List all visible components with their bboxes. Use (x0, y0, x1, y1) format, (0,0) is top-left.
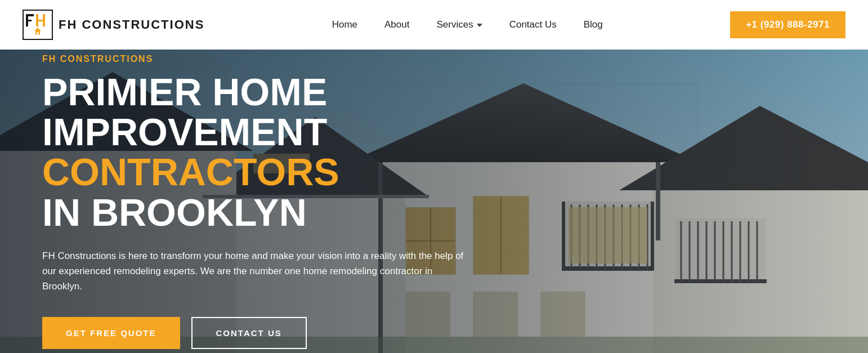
nav-item-about[interactable]: About (371, 0, 423, 50)
hero-title: PRIMIER HOME IMPROVEMENT CONTRACTORS IN … (42, 72, 549, 233)
hero-content: FH CONSTRUCTIONS PRIMIER HOME IMPROVEMEN… (42, 53, 549, 348)
hero-title-line2: IN BROOKLYN (42, 191, 307, 234)
nav-link-home[interactable]: Home (319, 0, 371, 50)
nav-item-blog[interactable]: Blog (570, 0, 616, 50)
svg-rect-10 (37, 32, 39, 35)
get-free-quote-button[interactable]: GET FREE QUOTE (42, 317, 180, 349)
navbar: FH CONSTRUCTIONS Home About Services Con… (0, 0, 868, 50)
nav-link-blog[interactable]: Blog (570, 0, 616, 50)
hero-section: FH CONSTRUCTIONS PRIMIER HOME IMPROVEMEN… (0, 50, 868, 353)
logo[interactable]: FH CONSTRUCTIONS (23, 10, 204, 40)
hero-title-white: PRIMIER HOME IMPROVEMENT (42, 70, 327, 153)
nav-link-services[interactable]: Services (423, 0, 495, 50)
hero-eyebrow: FH CONSTRUCTIONS (42, 53, 549, 64)
logo-icon (23, 10, 53, 40)
brand-name: FH CONSTRUCTIONS (59, 17, 204, 32)
nav-item-home[interactable]: Home (319, 0, 371, 50)
nav-link-contact[interactable]: Contact Us (496, 0, 570, 50)
hero-buttons: GET FREE QUOTE CONTACT US (42, 317, 549, 349)
svg-rect-3 (26, 14, 34, 16)
hero-title-yellow: CONTRACTORS (42, 150, 339, 193)
nav-links: Home About Services Contact Us Blog (319, 0, 616, 50)
nav-link-about[interactable]: About (371, 0, 423, 50)
phone-button[interactable]: +1 (929) 888-2971 (730, 11, 845, 38)
nav-item-contact[interactable]: Contact Us (496, 0, 570, 50)
nav-item-services[interactable]: Services (423, 0, 495, 50)
chevron-down-icon (477, 24, 482, 27)
svg-rect-7 (36, 20, 45, 21)
svg-rect-4 (26, 20, 32, 21)
contact-us-button[interactable]: CONTACT US (191, 317, 307, 349)
hero-description: FH Constructions is here to transform yo… (42, 248, 470, 294)
